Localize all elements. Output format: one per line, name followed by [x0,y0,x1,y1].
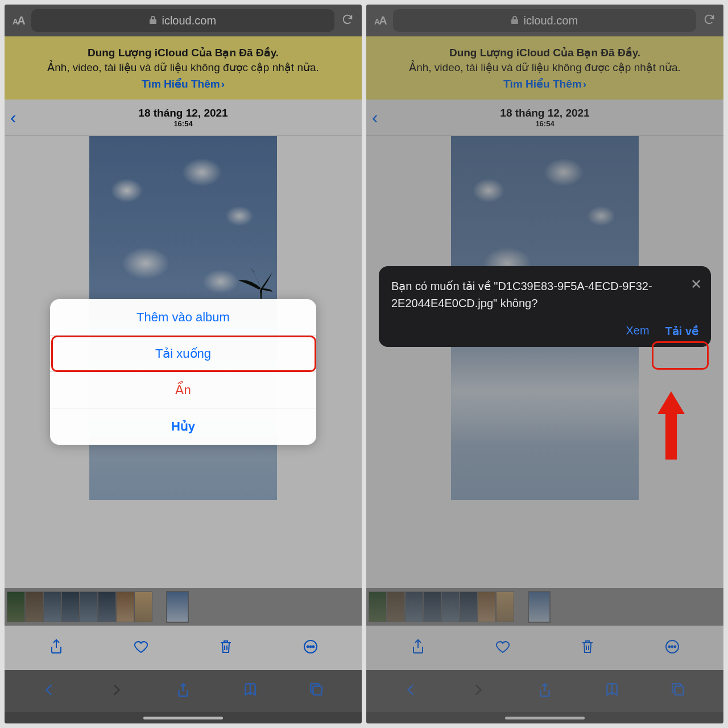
thumbnail-selected[interactable] [166,591,189,623]
nav-bookmarks-icon[interactable] [243,682,258,700]
download-dialog: Bạn có muốn tải về "D1C39E83-9F5A-4ECD-9… [379,266,711,347]
nav-tabs-icon[interactable] [309,682,324,700]
thumbnail[interactable] [496,592,514,622]
close-icon[interactable]: ✕ [690,276,702,292]
banner-subtitle: Ảnh, video, tài liệu và dữ liệu không đư… [17,60,349,75]
action-sheet: Thêm vào album Tải xuống Ẩn Hủy [50,299,316,445]
lock-icon [511,14,519,27]
action-add-to-album[interactable]: Thêm vào album [50,299,316,336]
thumbnail-strip[interactable] [5,588,362,626]
storage-full-banner: Dung Lượng iCloud Của Bạn Đã Đầy. Ảnh, v… [5,36,362,100]
svg-rect-4 [313,686,322,695]
nav-forward-icon [109,682,123,700]
photo-header: ‹ 18 tháng 12, 2021 16:54 [5,100,362,136]
action-cancel[interactable]: Hủy [50,408,316,445]
nav-share-icon[interactable] [537,682,552,700]
phone-right: AA icloud.com Dung Lượng iCloud Của Bạn … [366,5,723,723]
photo-toolbar [5,626,362,670]
trash-icon[interactable] [218,639,234,657]
trash-icon[interactable] [580,639,595,657]
phone-left: AA icloud.com Dung Lượng iCloud Của Bạn … [5,5,362,723]
banner-title: Dung Lượng iCloud Của Bạn Đã Đầy. [17,46,349,60]
banner-learn-more-link[interactable]: Tìm Hiểu Thêm› [379,77,711,92]
thumbnail[interactable] [423,592,441,622]
download-confirm-button[interactable]: Tải về [665,324,698,338]
thumbnail[interactable] [98,592,116,622]
photo-time: 16:54 [173,119,192,128]
text-size-button[interactable]: AA [374,14,386,27]
thumbnail[interactable] [134,592,152,622]
thumbnail[interactable] [441,592,460,622]
photo-header: ‹ 18 tháng 12, 2021 16:54 [366,100,723,136]
back-icon[interactable]: ‹ [372,107,378,128]
action-download[interactable]: Tải xuống [50,336,316,372]
svg-point-8 [674,646,676,648]
safari-address-bar: AA icloud.com [366,5,723,36]
reload-icon[interactable] [341,13,354,28]
nav-back-icon[interactable] [404,682,419,700]
photo-date: 18 tháng 12, 2021 [138,107,228,119]
safari-nav-bar [5,670,362,712]
thumbnail[interactable] [478,592,496,622]
safari-nav-bar [366,670,723,712]
nav-bookmarks-icon[interactable] [605,682,619,700]
svg-point-2 [309,646,311,648]
thumbnail[interactable] [80,592,98,622]
svg-point-1 [307,646,308,648]
thumbnail[interactable] [61,592,80,622]
thumbnail[interactable] [405,592,423,622]
thumbnail[interactable] [369,592,387,622]
svg-point-3 [312,646,314,648]
thumbnail[interactable] [43,592,61,622]
thumbnail-strip[interactable] [366,588,723,626]
download-prompt-text: Bạn có muốn tải về "D1C39E83-9F5A-4ECD-9… [391,278,661,312]
banner-title: Dung Lượng iCloud Của Bạn Đã Đầy. [379,46,711,60]
url-box[interactable]: icloud.com [393,9,696,32]
url-box[interactable]: icloud.com [31,9,334,32]
storage-full-banner: Dung Lượng iCloud Của Bạn Đã Đầy. Ảnh, v… [366,36,723,100]
svg-point-6 [668,646,670,648]
text-size-button[interactable]: AA [13,14,24,27]
download-view-button[interactable]: Xem [626,324,649,338]
banner-learn-more-link[interactable]: Tìm Hiểu Thêm› [17,77,349,92]
photo-toolbar [366,626,723,670]
thumbnail[interactable] [460,592,478,622]
thumbnail-selected[interactable] [528,591,551,623]
photo-date: 18 tháng 12, 2021 [500,107,589,119]
action-hide[interactable]: Ẩn [50,372,316,408]
nav-tabs-icon[interactable] [671,682,686,700]
photo-time: 16:54 [535,119,554,128]
thumbnail[interactable] [25,592,43,622]
banner-subtitle: Ảnh, video, tài liệu và dữ liệu không đư… [379,60,711,75]
nav-back-icon[interactable] [42,682,57,700]
url-domain: icloud.com [162,14,216,27]
url-domain: icloud.com [523,14,578,27]
svg-point-7 [671,646,673,648]
red-arrow-icon [657,391,685,460]
thumbnail[interactable] [116,592,134,622]
photo-viewer[interactable] [366,136,723,588]
heart-icon[interactable] [495,639,511,657]
thumbnail[interactable] [7,592,25,622]
nav-share-icon[interactable] [176,682,191,700]
more-icon[interactable] [303,639,318,657]
reload-icon[interactable] [703,13,715,28]
lock-icon [149,14,157,27]
thumbnail[interactable] [387,592,405,622]
heart-icon[interactable] [133,639,149,657]
nav-forward-icon [470,682,485,700]
safari-address-bar: AA icloud.com [5,5,362,36]
home-indicator [5,712,362,723]
back-icon[interactable]: ‹ [10,107,16,128]
more-icon[interactable] [664,639,680,657]
home-indicator [366,712,723,723]
share-icon[interactable] [410,639,426,657]
svg-rect-9 [675,686,684,695]
share-icon[interactable] [48,639,64,657]
